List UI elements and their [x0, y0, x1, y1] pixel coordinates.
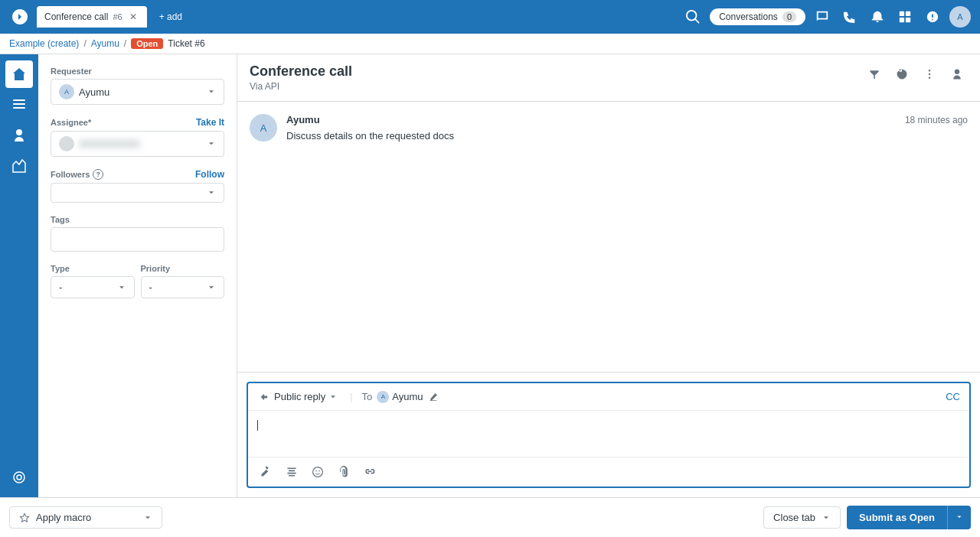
emoji-toolbar-button[interactable]	[309, 464, 326, 480]
svg-rect-5	[13, 103, 25, 105]
active-tab[interactable]: Conference call #6 ✕	[37, 6, 147, 28]
svg-rect-3	[906, 18, 910, 22]
settings-icon[interactable]	[5, 464, 33, 491]
requester-label: Requester	[51, 67, 224, 76]
svg-point-7	[929, 70, 930, 71]
tab-close-button[interactable]: ✕	[127, 11, 139, 23]
reply-icon	[260, 392, 271, 402]
breadcrumb-ticket: Ticket #6	[168, 38, 204, 49]
tags-input[interactable]	[51, 227, 224, 252]
breadcrumb-example[interactable]: Example (create)	[9, 38, 79, 49]
followers-field: Followers ? follow	[51, 169, 224, 203]
svg-rect-0	[900, 11, 904, 16]
cc-button[interactable]: CC	[946, 391, 960, 402]
requester-field: Requester A Ayumu	[51, 67, 224, 105]
reports-icon[interactable]	[5, 152, 33, 180]
to-label: To	[362, 391, 373, 402]
message-content: Ayumu 18 minutes ago Discuss details on …	[286, 114, 968, 144]
submit-main-label[interactable]: Submit as Open	[847, 506, 947, 529]
reply-to-user: A Ayumu	[377, 391, 423, 403]
message-author-avatar: A	[250, 114, 277, 142]
search-icon[interactable]	[682, 6, 704, 28]
edit-recipient-button[interactable]	[428, 392, 439, 402]
reply-type-button[interactable]: Public reply	[257, 389, 341, 404]
followers-label: Followers ? follow	[51, 169, 224, 180]
apply-macro-button[interactable]: Apply macro	[9, 506, 162, 529]
chevron-down-icon	[117, 283, 126, 292]
app-sidebar	[0, 54, 38, 497]
assignee-input[interactable]	[51, 131, 224, 157]
followers-info-icon[interactable]: ?	[93, 169, 103, 180]
ticket-title: Conference call	[250, 63, 352, 80]
type-input[interactable]: -	[51, 276, 135, 298]
type-value: -	[59, 282, 62, 293]
followers-input[interactable]	[51, 183, 224, 203]
format-toolbar-button[interactable]	[283, 464, 300, 480]
chevron-down-icon	[207, 87, 216, 96]
reply-to: To A Ayumu	[362, 391, 439, 403]
attach-toolbar-button[interactable]	[335, 464, 352, 480]
help-icon[interactable]	[922, 6, 943, 28]
link-toolbar-button[interactable]	[361, 464, 378, 480]
chevron-down-icon	[207, 139, 216, 148]
close-tab-chevron-icon	[822, 513, 831, 522]
phone-icon[interactable]	[839, 6, 861, 28]
svg-rect-2	[900, 18, 904, 22]
ticket-header: Conference call Via API	[237, 54, 980, 102]
to-user-name: Ayumu	[392, 391, 423, 402]
assignee-avatar	[59, 136, 74, 151]
priority-input[interactable]: -	[141, 276, 225, 298]
conversations-button[interactable]: Conversations 0	[710, 8, 805, 25]
assignee-field: Assignee* take it	[51, 117, 224, 157]
svg-point-10	[313, 467, 323, 477]
main-content: Conference call Via API	[237, 54, 980, 497]
svg-rect-4	[13, 99, 25, 101]
message-author: Ayumu	[286, 114, 320, 125]
apps-icon[interactable]	[894, 6, 916, 28]
more-options-button[interactable]	[919, 63, 940, 85]
status-badge: Open	[131, 38, 163, 49]
chevron-down-icon	[207, 283, 216, 292]
views-icon[interactable]	[5, 91, 33, 119]
breadcrumb-ayumu[interactable]: Ayumu	[91, 38, 119, 49]
submit-dropdown-button[interactable]	[947, 506, 971, 529]
requester-avatar: A	[59, 84, 74, 99]
breadcrumb: Example (create) / Ayumu / Open Ticket #…	[0, 34, 980, 54]
home-icon[interactable]	[5, 60, 33, 88]
ticket-sidebar: Requester A Ayumu Assignee* take it	[38, 54, 237, 497]
svg-point-8	[929, 73, 930, 75]
message-text: Discuss details on the requested docs	[286, 129, 968, 144]
chat-icon[interactable]	[812, 6, 833, 28]
message-block: A Ayumu 18 minutes ago Discuss details o…	[250, 114, 968, 144]
filter-button[interactable]	[864, 63, 885, 85]
reply-type-label: Public reply	[274, 391, 325, 402]
submit-chevron-icon	[956, 513, 963, 521]
submit-button[interactable]: Submit as Open	[847, 506, 971, 529]
zendesk-logo	[9, 6, 31, 28]
assignee-value	[79, 140, 140, 148]
customers-icon[interactable]	[5, 122, 33, 149]
follow-link[interactable]: follow	[195, 169, 224, 180]
history-button[interactable]	[891, 63, 913, 85]
notifications-icon[interactable]	[867, 6, 888, 28]
macro-label: Apply macro	[36, 512, 91, 523]
take-it-link[interactable]: take it	[196, 117, 224, 128]
requester-value: Ayumu	[79, 86, 109, 98]
tags-field: Tags	[51, 215, 224, 252]
customer-context-button[interactable]	[946, 63, 968, 85]
macro-chevron-icon	[143, 513, 152, 522]
requester-input[interactable]: A Ayumu	[51, 79, 224, 105]
conversations-label: Conversations	[719, 11, 778, 22]
compose-toolbar-button[interactable]	[257, 464, 274, 480]
conversation-area: A Ayumu 18 minutes ago Discuss details o…	[237, 102, 980, 372]
add-tab-button[interactable]: + add	[153, 11, 188, 22]
close-tab-button[interactable]: Close tab	[763, 506, 841, 529]
reply-box: Public reply | To A Ayumu	[247, 382, 971, 488]
reply-area: Public reply | To A Ayumu	[237, 372, 980, 497]
user-avatar[interactable]: A	[949, 6, 971, 28]
close-tab-label: Close tab	[773, 512, 815, 523]
type-field: Type -	[51, 264, 135, 298]
reply-toolbar-bottom	[248, 457, 969, 487]
reply-input[interactable]	[248, 411, 969, 457]
chevron-down-icon	[207, 188, 216, 197]
